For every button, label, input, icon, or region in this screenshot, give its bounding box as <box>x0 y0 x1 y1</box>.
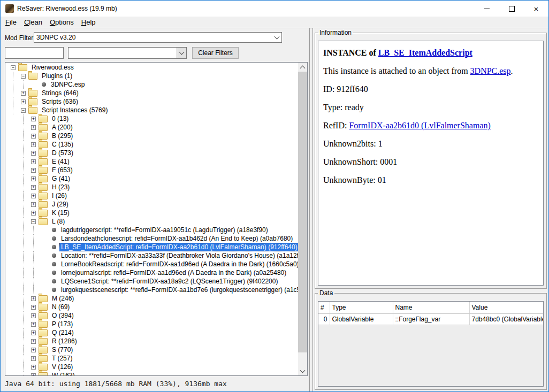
table-row[interactable]: 0GlobalVariable::ForgeFlag_var7db48bc0 (… <box>318 314 543 325</box>
expand-icon[interactable]: + <box>31 142 36 147</box>
tree-row[interactable]: +G (41) <box>5 174 298 183</box>
tree-row[interactable]: +Q (214) <box>5 328 298 337</box>
tree-row[interactable]: +A (200) <box>5 123 298 132</box>
tree-row[interactable]: +N (69) <box>5 303 298 311</box>
menu-options[interactable]: Options <box>46 17 78 28</box>
tree-row[interactable]: +J (29) <box>5 200 298 209</box>
column-header[interactable]: Value <box>469 302 543 314</box>
clear-filters-button[interactable]: Clear Filters <box>192 47 239 59</box>
tree-label[interactable]: Larsdondeathclonescript: refid=FormIDX-a… <box>59 234 294 243</box>
tree-row[interactable]: +V (126) <box>5 363 298 371</box>
expand-icon[interactable]: + <box>31 185 36 190</box>
tree-label[interactable]: O (394) <box>50 311 75 320</box>
split-pane-divider[interactable] <box>309 28 313 391</box>
tree-label[interactable]: M (246) <box>50 294 75 303</box>
info-link[interactable]: FormIDX-aa2b61d0 (LvlFalmerShaman) <box>349 121 490 130</box>
tree-row[interactable]: +C (135) <box>5 140 298 149</box>
app-icon[interactable] <box>5 4 14 13</box>
tree-label[interactable]: B (295) <box>50 132 74 140</box>
expand-icon[interactable]: + <box>21 91 26 96</box>
menu-file[interactable]: File <box>2 17 20 28</box>
expand-icon[interactable]: + <box>31 194 36 198</box>
tree-row[interactable]: LQScene1Script: **refid=FormIDX-aa18a9c2… <box>5 277 298 286</box>
expand-icon[interactable]: + <box>31 125 36 130</box>
tree-row[interactable]: +M (246) <box>5 294 298 303</box>
collapse-icon[interactable]: − <box>31 219 36 224</box>
column-header[interactable]: Name <box>393 302 469 314</box>
tree-row[interactable]: +Strings (646) <box>5 89 298 97</box>
tree-row[interactable]: +Scripts (636) <box>5 97 298 106</box>
tree-row[interactable]: Location: **refid=FormIDX-aa33a33f (Deat… <box>5 251 298 260</box>
tree-label[interactable]: A (200) <box>50 123 74 132</box>
tree-row[interactable]: +F (653) <box>5 166 298 174</box>
tree-row[interactable]: lurgokquestscenescript: **refid=FormIDX-… <box>5 286 298 294</box>
collapse-icon[interactable]: − <box>21 74 26 79</box>
expand-icon[interactable]: + <box>31 176 36 181</box>
search-input[interactable] <box>5 47 64 59</box>
expand-icon[interactable]: + <box>31 202 36 207</box>
tree-row[interactable]: +D (573) <box>5 149 298 157</box>
filter-combobox[interactable] <box>68 47 187 59</box>
tree-row[interactable]: +K (15) <box>5 209 298 217</box>
chevron-down-icon[interactable] <box>177 48 186 58</box>
tree-label[interactable]: Q (214) <box>50 328 75 337</box>
tree-row[interactable]: lornejournalscript: refid=FormIDX-aa1d96… <box>5 268 298 277</box>
scroll-down-button[interactable] <box>298 366 307 375</box>
tree-row[interactable]: lagdutriggerscript: **refid=FormIDX-aa19… <box>5 226 298 234</box>
tree-label[interactable]: K (15) <box>50 209 71 217</box>
column-header[interactable]: Type <box>330 302 393 314</box>
tree-row[interactable]: −Script Instances (5769) <box>5 106 298 114</box>
tree-label[interactable]: V (126) <box>50 363 74 371</box>
tree-label[interactable]: I (26) <box>50 191 68 200</box>
tree-label[interactable]: N (69) <box>50 303 71 311</box>
tree-label[interactable]: lagdutriggerscript: **refid=FormIDX-aa19… <box>59 226 270 234</box>
chevron-down-icon[interactable] <box>272 33 281 42</box>
tree-row[interactable]: +P (173) <box>5 320 298 328</box>
tree-row[interactable]: +S (770) <box>5 345 298 354</box>
tree-row[interactable]: LB_SE_ItemAddedScript: refid=FormIDX-aa2… <box>5 243 298 251</box>
tree-row[interactable]: +T (257) <box>5 354 298 363</box>
tree-row[interactable]: LorneBookReadscript: refid=FormIDX-aa1d9… <box>5 260 298 268</box>
tree-row[interactable]: −L (8) <box>5 217 298 226</box>
expand-icon[interactable]: + <box>31 134 36 139</box>
expand-icon[interactable]: + <box>31 313 36 318</box>
tree-row[interactable]: +O (394) <box>5 311 298 320</box>
info-link[interactable]: 3DNPC.esp <box>470 66 511 75</box>
tree-label[interactable]: Strings (646) <box>40 89 80 97</box>
tree-label[interactable]: Riverwood.ess <box>30 63 75 72</box>
tree-label[interactable]: W (163) <box>50 371 77 375</box>
expand-icon[interactable]: + <box>31 373 36 376</box>
expand-icon[interactable]: + <box>31 356 36 361</box>
tree-label[interactable]: Scripts (636) <box>40 97 80 106</box>
expand-icon[interactable]: + <box>31 296 36 301</box>
menu-clean[interactable]: Clean <box>20 17 46 28</box>
table-cell[interactable]: GlobalVariable <box>330 314 393 325</box>
expand-icon[interactable]: + <box>31 339 36 344</box>
tree-row[interactable]: −Plugins (1) <box>5 72 298 80</box>
tree-row[interactable]: +W (163) <box>5 371 298 375</box>
tree-row[interactable]: +R (1286) <box>5 337 298 345</box>
expand-icon[interactable]: + <box>31 365 36 370</box>
tree-label[interactable]: S (770) <box>50 345 74 354</box>
expand-icon[interactable]: + <box>31 322 36 327</box>
expand-icon[interactable]: + <box>31 168 36 173</box>
expand-icon[interactable]: + <box>31 151 36 156</box>
tree-label[interactable]: L (8) <box>50 217 66 226</box>
tree-label[interactable]: R (1286) <box>50 337 79 345</box>
expand-icon[interactable]: + <box>31 348 36 352</box>
table-cell[interactable]: ::ForgeFlag_var <box>393 314 469 325</box>
tree-label[interactable]: lornejournalscript: refid=FormIDX-aa1d96… <box>59 268 288 277</box>
minimize-button[interactable] <box>475 1 499 17</box>
mod-filter-combobox[interactable]: 3DNPC v3.20 <box>34 32 282 43</box>
tree-label[interactable]: 3DNPC.esp <box>49 80 86 89</box>
expand-icon[interactable]: + <box>31 305 36 310</box>
tree-label[interactable]: Location: **refid=FormIDX-aa33a33f (Deat… <box>59 251 298 260</box>
tree-label[interactable]: 0 (13) <box>50 114 70 123</box>
tree-label[interactable]: T (257) <box>50 354 74 363</box>
table-cell[interactable]: 0 <box>318 314 330 325</box>
tree-label[interactable]: LB_SE_ItemAddedScript: refid=FormIDX-aa2… <box>59 243 298 251</box>
table-cell[interactable]: 7db48bc0 (GlobalVariable) <box>469 314 543 325</box>
tree-row[interactable]: +H (23) <box>5 183 298 191</box>
menu-help[interactable]: Help <box>78 17 100 28</box>
tree-label[interactable]: H (23) <box>50 183 71 191</box>
